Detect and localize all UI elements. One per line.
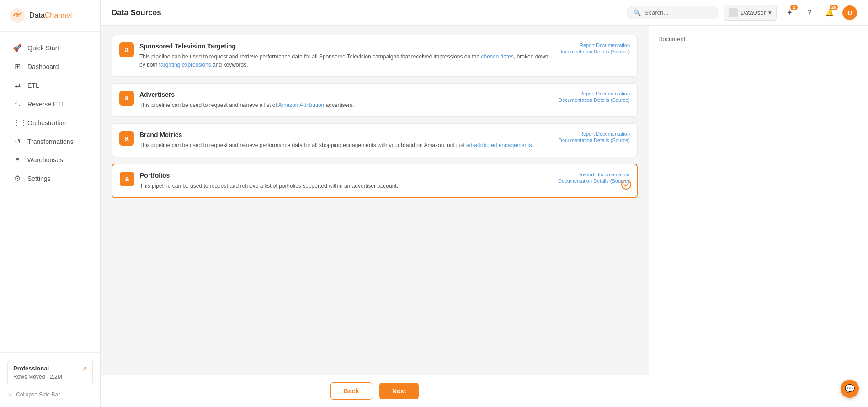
card-desc-brand-metrics: This pipeline can be used to request and… [139,141,553,149]
header: Data Sources 🔍 DataUser ▾ ✦ 2 ? 🔔 26 [101,0,868,26]
panels-row: a Sponsored Television Targeting This pi… [101,26,868,407]
amazon-icon-brand-metrics: a [119,131,134,146]
sidebar-item-dashboard[interactable]: ⊞ Dashboard [4,58,96,75]
doc-details-link-3[interactable]: Documentation Details (Source) [559,137,630,143]
dashboard-icon: ⊞ [13,62,22,71]
help-button[interactable]: ? [802,5,817,20]
amazon-icon-sponsored-tv: a [119,42,134,57]
chevron-down-icon: ▾ [768,9,772,16]
user-dropdown[interactable]: DataUser ▾ [724,5,777,21]
sidebar-footer: Professional ↗ Rows Moved - 2.2M |← Coll… [0,352,100,407]
doc-text: Document. [658,36,687,42]
logo-icon [9,7,26,24]
header-right: 🔍 DataUser ▾ ✦ 2 ? 🔔 26 D [627,5,857,21]
spark-badge: 2 [790,5,798,10]
card-title-brand-metrics: Brand Metrics [139,131,553,138]
sidebar-label-transformations: Transformations [27,138,74,145]
sidebar-label-orchestration: Orchestration [27,119,66,127]
sidebar-item-settings[interactable]: ⚙ Settings [4,169,96,187]
collapse-sidebar-button[interactable]: |← Collapse Side Bar [7,390,93,400]
card-title-portfolios: Portfolios [140,172,553,179]
main-area: Data Sources 🔍 DataUser ▾ ✦ 2 ? 🔔 26 [101,0,868,407]
report-doc-link-3[interactable]: Report Documentation [580,131,630,137]
plan-title: Professional ↗ [13,365,87,372]
reverse-etl-icon: ⇋ [13,100,22,108]
main-content: a Sponsored Television Targeting This pi… [101,26,868,407]
amazon-icon-portfolios: a [120,172,134,186]
sidebar-item-reverse-etl[interactable]: ⇋ Reverse ETL [4,95,96,113]
chat-bubble-button[interactable]: 💬 [841,380,859,398]
external-link-icon[interactable]: ↗ [82,365,87,372]
card-body-sponsored-tv: Sponsored Television Targeting This pipe… [139,42,553,69]
card-desc-sponsored-tv: This pipeline can be used to request and… [139,53,553,69]
plan-rows: Rows Moved - 2.2M [13,374,87,380]
sidebar-label-warehouses: Warehouses [27,156,63,164]
sidebar-label-quick-start: Quick Start [27,44,59,52]
card-body-brand-metrics: Brand Metrics This pipeline can be used … [139,131,553,149]
svg-point-2 [622,180,631,189]
card-links-advertisers: Report Documentation Documentation Detai… [559,91,630,103]
card-links-portfolios: Report Documentation Documentation Detai… [558,172,629,184]
collapse-arrow-icon: |← [7,391,14,398]
orchestration-icon: ⋮⋮ [13,118,22,127]
search-icon: 🔍 [634,9,641,16]
rocket-icon: 🚀 [13,43,22,52]
transformations-icon: ↺ [13,137,22,146]
next-button[interactable]: Next [379,383,419,399]
selected-check-icon [621,180,631,192]
doc-details-link-4[interactable]: Documentation Details (Source) [558,178,629,184]
report-doc-link-1[interactable]: Report Documentation [580,42,630,48]
avatar[interactable]: D [842,5,857,20]
sidebar-label-settings: Settings [27,175,51,182]
notifications-badge: 26 [830,5,838,10]
sidebar-item-transformations[interactable]: ↺ Transformations [4,132,96,150]
sidebar-item-etl[interactable]: ⇄ ETL [4,76,96,94]
card-title-sponsored-tv: Sponsored Television Targeting [139,42,553,50]
user-avatar-small [729,8,738,17]
etl-icon: ⇄ [13,81,22,90]
logo: DataChannel [0,0,100,32]
sidebar-label-dashboard: Dashboard [27,63,59,70]
sidebar-item-quick-start[interactable]: 🚀 Quick Start [4,39,96,57]
settings-icon: ⚙ [13,174,22,183]
plan-box: Professional ↗ Rows Moved - 2.2M [7,360,93,385]
spark-button[interactable]: ✦ 2 [782,5,797,20]
card-links-brand-metrics: Report Documentation Documentation Detai… [559,131,630,143]
doc-details-link-2[interactable]: Documentation Details (Source) [559,97,630,103]
amazon-icon-advertisers: a [119,91,134,106]
card-body-portfolios: Portfolios This pipeline can be used to … [140,172,553,190]
warehouses-icon: ≡ [13,156,22,164]
chat-icon: 💬 [845,384,855,394]
sidebar-nav: 🚀 Quick Start ⊞ Dashboard ⇄ ETL ⇋ Revers… [0,32,100,352]
pipeline-card-brand-metrics[interactable]: a Brand Metrics This pipeline can be use… [112,123,638,157]
card-links-sponsored-tv: Report Documentation Documentation Detai… [559,42,630,54]
search-input[interactable] [644,9,711,16]
search-box[interactable]: 🔍 [627,6,718,19]
doc-details-link-1[interactable]: Documentation Details (Source) [559,49,630,54]
sidebar: DataChannel 🚀 Quick Start ⊞ Dashboard ⇄ … [0,0,101,407]
logo-text: DataChannel [29,11,72,20]
notifications-button[interactable]: 🔔 26 [822,5,837,20]
sidebar-item-orchestration[interactable]: ⋮⋮ Orchestration [4,114,96,132]
card-title-advertisers: Advertisers [139,91,553,98]
pipeline-card-portfolios[interactable]: a Portfolios This pipeline can be used t… [112,164,638,198]
back-button[interactable]: Back [330,382,372,400]
scroll-wrapper: a Sponsored Television Targeting This pi… [101,26,649,407]
report-doc-link-2[interactable]: Report Documentation [580,91,630,96]
sidebar-label-etl: ETL [27,82,39,89]
user-name: DataUser [740,9,766,16]
card-body-advertisers: Advertisers This pipeline can be used to… [139,91,553,109]
help-icon: ? [808,9,812,17]
pipeline-card-advertisers[interactable]: a Advertisers This pipeline can be used … [112,83,638,117]
page-title: Data Sources [112,8,161,17]
sidebar-label-reverse-etl: Reverse ETL [27,100,65,108]
pipeline-list: a Sponsored Television Targeting This pi… [101,26,649,375]
right-panel: Document. [649,26,868,407]
report-doc-link-4[interactable]: Report Documentation [579,172,629,177]
svg-point-1 [16,14,19,17]
sidebar-item-warehouses[interactable]: ≡ Warehouses [4,151,96,169]
bottom-actions: Back Next [101,375,649,407]
card-desc-portfolios: This pipeline can be used to request and… [140,182,553,190]
card-desc-advertisers: This pipeline can be used to request and… [139,101,553,109]
pipeline-card-sponsored-tv[interactable]: a Sponsored Television Targeting This pi… [112,35,638,77]
